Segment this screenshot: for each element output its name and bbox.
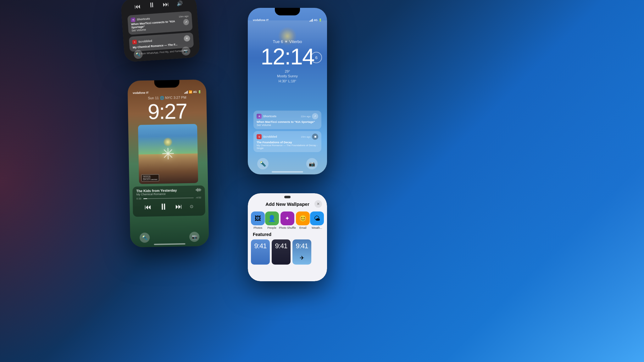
lock-notif-action-1[interactable]: ↗ bbox=[312, 113, 318, 119]
email-label: Email bbox=[299, 226, 307, 229]
camera-bump bbox=[284, 196, 291, 198]
featured-item-2[interactable]: 9:41 bbox=[272, 239, 291, 265]
photo-shuffle-option[interactable]: ✦ Photo Shuffle bbox=[279, 211, 296, 229]
now-playing-card: The Kids from Yesterday My Chemical Roma… bbox=[132, 185, 205, 217]
lock-date-text: Tue 6 ☀ Viterbo bbox=[273, 39, 302, 44]
lock-notif-app-name-2: Scrobbled bbox=[263, 135, 277, 138]
lock-notif-meta-1: 22m ago ↗ bbox=[301, 113, 318, 119]
featured-item-1[interactable]: 9:41 bbox=[251, 239, 270, 265]
torch-btn[interactable]: 🔦 bbox=[134, 50, 143, 59]
lock-scrobbled-notif: S Scrobbled 15m ago ⏹ The Foundations of… bbox=[253, 131, 321, 152]
lock-notif-app-2: S Scrobbled bbox=[257, 134, 277, 139]
lock-notif-action-2[interactable]: ⏹ bbox=[312, 134, 318, 140]
lock-shortcuts-notif: ✦ Shortcuts 22m ago ↗ When MaxTicci conn… bbox=[253, 111, 321, 129]
lock-spacer bbox=[248, 84, 327, 109]
feat-item-3-inner: 9:41 ✈ bbox=[292, 239, 311, 265]
featured-item-3[interactable]: 9:41 ✈ bbox=[292, 239, 311, 265]
close-button[interactable]: ✕ bbox=[314, 200, 322, 208]
activity-ring: 6 bbox=[311, 52, 322, 63]
bg-overlay-right bbox=[424, 0, 644, 362]
controls-row: ⏮ ⏸ ⏭ ⊙ bbox=[136, 201, 202, 212]
phone-lock: vodafone IT 4G 🔋 Tue 6 ☀ bbox=[248, 8, 327, 174]
email-option[interactable]: 😊 Email bbox=[296, 211, 310, 229]
lock-camera[interactable]: 📷 bbox=[306, 158, 318, 169]
temp-display: 29° bbox=[248, 69, 327, 74]
track-title: The Kids from Yesterday bbox=[136, 189, 177, 193]
album-art-symbol: ✳ bbox=[161, 145, 175, 163]
notif-app-label: ✦ Shortcuts bbox=[130, 16, 150, 22]
play-pause-btn[interactable]: ⏸ bbox=[148, 1, 156, 9]
notif-app-name: Shortcuts bbox=[137, 17, 150, 21]
camera-music[interactable]: 📷 bbox=[189, 232, 200, 242]
advisory-text: PARENTALADVISORYEXPLICIT CONTENT bbox=[143, 175, 158, 180]
notif-screen: ⏮ ⏸ ⏭ 🔊 ✦ Shortcuts 19m ago bbox=[120, 0, 200, 62]
photo-shuffle-label: Photo Shuffle bbox=[279, 226, 296, 229]
progress-row: 0:33 -4:52 bbox=[136, 196, 201, 200]
phone-top-center: ⏮ ⏸ ⏭ 🔊 ✦ Shortcuts 19m ago bbox=[120, 0, 200, 62]
lock-notif-meta-2: 15m ago ⏹ bbox=[301, 134, 318, 140]
lock-notif-time-1: 22m ago bbox=[301, 115, 311, 118]
progress-bar[interactable] bbox=[143, 197, 194, 199]
play-ctrl[interactable]: ⏸ bbox=[159, 201, 168, 212]
wallpaper-options: 🖼 Photos 👤 People ✦ Photo Shuffle 😊 Emai… bbox=[248, 210, 327, 231]
home-indicator-lock bbox=[272, 171, 303, 173]
airplay-btn[interactable]: ⊙ bbox=[190, 204, 193, 209]
wb2 bbox=[197, 189, 197, 191]
music-bottom-icons: 🔦 📷 bbox=[130, 232, 209, 243]
camera-btn[interactable]: 📷 bbox=[181, 47, 191, 56]
people-icon: 👤 bbox=[265, 211, 279, 225]
music-screen: vodafone IT 📶 4G 🔋 Sun 11 🌐 NYC 3:27 PM bbox=[127, 80, 209, 247]
photos-option[interactable]: 🖼 Photos bbox=[251, 211, 265, 229]
rewind-btn[interactable]: ⏮ bbox=[134, 3, 141, 10]
phone-wallpaper: Add New Wallpaper ✕ 🖼 Photos 👤 People ✦ bbox=[248, 193, 327, 281]
plane-emoji: ✈ bbox=[300, 255, 304, 261]
signal-type: 4G bbox=[193, 90, 197, 93]
forward-btn[interactable]: ⏭ bbox=[163, 0, 169, 8]
weather-icon: 🌤 bbox=[310, 211, 324, 225]
lock-weather-icon: ☀ bbox=[284, 39, 289, 44]
status-icons: 📶 4G 🔋 bbox=[184, 90, 201, 94]
wb3 bbox=[197, 188, 198, 192]
notif-action[interactable]: ↗ bbox=[183, 19, 189, 25]
wallpaper-screen: Add New Wallpaper ✕ 🖼 Photos 👤 People ✦ bbox=[248, 193, 327, 281]
lock-weather: 29° Mostly Sunny H:30° L:18° bbox=[248, 69, 327, 84]
lock-notif-title-1: When MaxTicci connects to "KIA Sportage" bbox=[257, 120, 318, 123]
forward-ctrl[interactable]: ⏭ bbox=[175, 202, 182, 211]
wb1 bbox=[196, 189, 196, 190]
weather-label: Weath... bbox=[312, 226, 322, 229]
weather-container: 29° Mostly Sunny H:30° L:18° 6 bbox=[248, 69, 327, 84]
signal-bars bbox=[184, 90, 188, 94]
wb6 bbox=[200, 189, 201, 190]
music-date: Sun 11 🌐 NYC 3:27 PM bbox=[148, 96, 186, 100]
waveform bbox=[196, 188, 201, 192]
wb5 bbox=[199, 188, 200, 191]
torch-music[interactable]: 🔦 bbox=[140, 233, 150, 243]
people-option[interactable]: 👤 People bbox=[265, 211, 279, 229]
scrobbled-icon: S bbox=[132, 40, 137, 44]
email-icon: 😊 bbox=[296, 211, 310, 225]
wifi-icon: 📶 bbox=[189, 90, 192, 94]
notif-app-name-2: Scrobbled bbox=[138, 39, 152, 43]
time-elapsed: 0:33 bbox=[136, 197, 142, 200]
people-label: People bbox=[268, 226, 276, 229]
lock-notif-time-2: 15m ago bbox=[301, 135, 311, 138]
lock-torch[interactable]: 🔦 bbox=[257, 158, 269, 169]
lock-shortcuts-icon: ✦ bbox=[257, 114, 262, 119]
featured-label: Featured bbox=[248, 231, 327, 238]
music-time-display: 9:27 bbox=[128, 100, 207, 123]
volume-btn[interactable]: 🔊 bbox=[176, 0, 183, 6]
lock-notifications: ✦ Shortcuts 22m ago ↗ When MaxTicci conn… bbox=[248, 111, 327, 152]
lock-date: Tue 6 ☀ Viterbo bbox=[248, 24, 327, 44]
feat-time-3: 9:41 bbox=[292, 239, 311, 250]
lock-notif-app-name-1: Shortcuts bbox=[263, 115, 276, 118]
weather-option[interactable]: 🌤 Weath... bbox=[310, 211, 324, 229]
lock-bottom-icons: 🔦 📷 bbox=[248, 158, 327, 169]
lock-notif-app-1: ✦ Shortcuts bbox=[257, 114, 276, 119]
rewind-ctrl[interactable]: ⏮ bbox=[144, 203, 151, 211]
notif-close[interactable]: ✕ bbox=[184, 35, 190, 42]
wallpaper-title: Add New Wallpaper bbox=[260, 201, 314, 207]
phone-music: vodafone IT 📶 4G 🔋 Sun 11 🌐 NYC 3:27 PM bbox=[127, 80, 209, 247]
photo-shuffle-icon: ✦ bbox=[280, 211, 294, 225]
feat-time-1: 9:41 bbox=[251, 239, 270, 250]
notch-music bbox=[154, 80, 179, 88]
